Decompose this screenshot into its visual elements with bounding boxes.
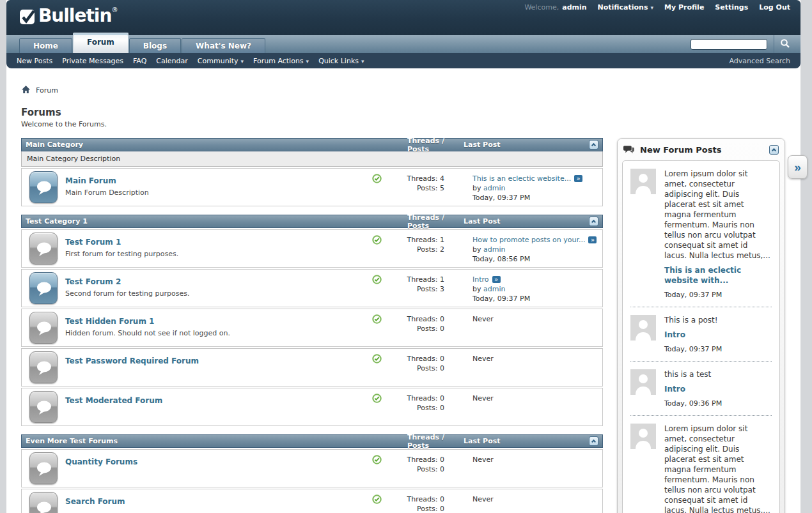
post-date: Today, 09:36 PM bbox=[664, 399, 772, 409]
by-label: by bbox=[472, 285, 481, 293]
tab-whats-new[interactable]: What's New? bbox=[182, 38, 265, 53]
category-title[interactable]: Test Category 1 bbox=[26, 217, 407, 226]
forum-title-link[interactable]: Main Forum bbox=[65, 176, 116, 185]
last-post-title-link[interactable]: Intro bbox=[472, 275, 489, 284]
forum-title-link[interactable]: Test Password Required Forum bbox=[65, 356, 199, 365]
collapse-sidebar-widget-button[interactable] bbox=[769, 145, 779, 155]
tab-home[interactable]: Home bbox=[19, 38, 72, 53]
advanced-search-link[interactable]: Advanced Search bbox=[729, 57, 790, 65]
forum-row: Test Hidden Forum 1 Hidden forum. Should… bbox=[21, 309, 603, 347]
threads-count: Threads: 0 bbox=[391, 494, 444, 504]
forum-title-link[interactable]: Search Forum bbox=[65, 497, 125, 506]
last-post-title-link[interactable]: How to promote posts on your... bbox=[472, 236, 585, 244]
post-title-link[interactable]: Intro bbox=[664, 330, 772, 340]
forum-row: Quantity Forums Threads: 0 Posts: 0 Neve… bbox=[21, 449, 603, 487]
subnav-new-posts[interactable]: New Posts bbox=[17, 57, 52, 65]
log-out-link[interactable]: Log Out bbox=[759, 3, 790, 11]
settings-link[interactable]: Settings bbox=[715, 3, 748, 11]
category-forums: Test Forum 1 First forum for testing pur… bbox=[21, 229, 603, 426]
breadcrumb-forum-link[interactable]: Forum bbox=[36, 86, 58, 95]
last-post-never: Never bbox=[472, 455, 602, 464]
forum-icon bbox=[29, 391, 58, 423]
sidebar-expand-button[interactable] bbox=[788, 155, 808, 179]
last-post-author-link[interactable]: admin bbox=[483, 285, 505, 293]
post-title-link[interactable]: Intro bbox=[664, 384, 772, 394]
last-post-never: Never bbox=[472, 354, 602, 364]
tab-forum[interactable]: Forum bbox=[73, 33, 129, 53]
forum-icon bbox=[29, 351, 58, 383]
collapse-category-button[interactable] bbox=[589, 436, 598, 446]
subnav-quick-links-menu[interactable]: Quick Links bbox=[318, 57, 364, 65]
last-post-never: Never bbox=[472, 314, 602, 324]
forum-icon bbox=[29, 452, 58, 484]
threads-count: Threads: 0 bbox=[391, 455, 444, 464]
last-post-never: Never bbox=[472, 494, 602, 504]
posts-count: Posts: 0 bbox=[391, 364, 444, 373]
no-new-posts-icon bbox=[372, 275, 382, 287]
threads-count: Threads: 4 bbox=[391, 174, 444, 183]
username[interactable]: admin bbox=[562, 3, 586, 11]
forum-title-link[interactable]: Test Hidden Forum 1 bbox=[65, 317, 154, 326]
goto-last-post-icon[interactable] bbox=[588, 236, 597, 243]
last-post-author-link[interactable]: admin bbox=[483, 245, 505, 254]
subnav-calendar[interactable]: Calendar bbox=[156, 57, 187, 65]
subnav-faq[interactable]: FAQ bbox=[133, 57, 146, 65]
breadcrumb: Forum bbox=[21, 85, 800, 96]
column-last-post: Last Post bbox=[464, 437, 589, 445]
avatar[interactable] bbox=[630, 169, 656, 194]
page: Bulletin ® Welcome, admin Notifications … bbox=[6, 0, 800, 513]
posts-count: Posts: 0 bbox=[391, 464, 444, 474]
post-excerpt: This is a post! bbox=[664, 315, 772, 325]
page-subtitle: Welcome to the Forums. bbox=[21, 120, 800, 128]
subnav-community-menu[interactable]: Community bbox=[198, 57, 244, 65]
logo-registered-mark: ® bbox=[111, 6, 118, 13]
column-threads-posts: Threads / Posts bbox=[407, 137, 464, 153]
posts-count: Posts: 0 bbox=[391, 504, 444, 513]
tab-blogs[interactable]: Blogs bbox=[129, 38, 181, 53]
home-icon[interactable] bbox=[21, 85, 31, 96]
threads-count: Threads: 0 bbox=[391, 314, 444, 324]
forum-row: Test Moderated Forum Threads: 0 Posts: 0… bbox=[21, 388, 603, 426]
no-new-posts-icon bbox=[372, 394, 382, 406]
site-logo[interactable]: Bulletin ® bbox=[19, 5, 118, 28]
subnav-forum-actions-menu[interactable]: Forum Actions bbox=[253, 57, 309, 65]
goto-last-post-icon[interactable] bbox=[492, 276, 501, 283]
last-post-title-link[interactable]: This is an eclectic website... bbox=[472, 174, 571, 183]
collapse-category-button[interactable] bbox=[589, 140, 598, 149]
search-input[interactable] bbox=[691, 39, 767, 50]
avatar[interactable] bbox=[630, 369, 656, 395]
forum-category: Test Category 1 Threads / Posts Last Pos… bbox=[21, 215, 603, 426]
content-area: Forum Forums Welcome to the Forums. Main… bbox=[6, 68, 800, 513]
category-description: Main Category Description bbox=[21, 151, 603, 167]
posts-count: Posts: 3 bbox=[391, 284, 444, 294]
forum-title-link[interactable]: Quantity Forums bbox=[65, 457, 137, 466]
sidebar-post-item: this is a test Intro Today, 09:36 PM bbox=[630, 362, 772, 416]
goto-last-post-icon[interactable] bbox=[574, 175, 582, 182]
by-label: by bbox=[472, 245, 481, 254]
no-new-posts-icon bbox=[372, 235, 382, 247]
post-date: Today, 09:37 PM bbox=[664, 290, 772, 300]
collapse-category-button[interactable] bbox=[589, 217, 598, 226]
my-profile-link[interactable]: My Profile bbox=[664, 3, 704, 11]
category-title[interactable]: Main Category bbox=[26, 141, 407, 149]
category-header: Even More Test Forums Threads / Posts La… bbox=[21, 434, 603, 448]
search-bar bbox=[683, 35, 800, 53]
avatar[interactable] bbox=[630, 315, 656, 341]
no-new-posts-icon bbox=[372, 455, 382, 467]
search-button[interactable] bbox=[774, 35, 795, 53]
sidebar-post-item: This is a post! Intro Today, 09:37 PM bbox=[630, 307, 772, 362]
forum-title-link[interactable]: Test Forum 2 bbox=[65, 277, 121, 286]
posts-count: Posts: 0 bbox=[391, 403, 444, 413]
last-post-info: Intro by admin Today, 09:37 PM bbox=[472, 275, 602, 303]
last-post-author-link[interactable]: admin bbox=[483, 184, 505, 192]
category-title[interactable]: Even More Test Forums bbox=[26, 437, 407, 445]
post-title-link[interactable]: This is an eclectic website with... bbox=[664, 265, 772, 286]
forum-title-link[interactable]: Test Moderated Forum bbox=[65, 396, 162, 405]
forum-title-link[interactable]: Test Forum 1 bbox=[65, 238, 121, 247]
main-tab-bar: Home Forum Blogs What's New? bbox=[6, 35, 800, 53]
site-header: Bulletin ® Welcome, admin Notifications … bbox=[6, 0, 800, 35]
notifications-link[interactable]: Notifications bbox=[598, 3, 653, 11]
avatar[interactable] bbox=[630, 424, 656, 449]
subnav-private-messages[interactable]: Private Messages bbox=[62, 57, 123, 65]
by-label: by bbox=[472, 184, 481, 192]
